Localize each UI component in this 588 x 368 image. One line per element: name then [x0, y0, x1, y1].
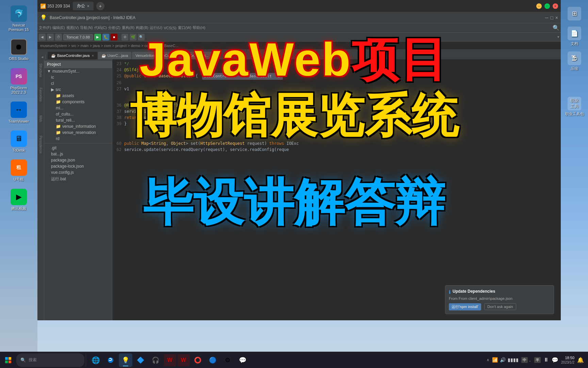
- desktop-icon-uhaoshu[interactable]: 租 U号租: [3, 157, 34, 184]
- taskbar-headphones[interactable]: 🎧: [149, 353, 162, 367]
- chat-icon[interactable]: 💬: [552, 357, 558, 363]
- tab-visitke[interactable]: VisitKe...: [179, 52, 200, 59]
- desktop-icon-teamviewer[interactable]: ↔ TeamViewer: [3, 99, 34, 126]
- tab-t[interactable]: t...: [201, 52, 212, 59]
- tree-item-package[interactable]: package.json: [44, 157, 112, 163]
- ide-close-button[interactable]: ×: [555, 15, 558, 20]
- persistence-label[interactable]: Persistence: [38, 134, 43, 155]
- taskbar-gear[interactable]: ⚙: [221, 353, 234, 367]
- browser-tab-active[interactable]: 办公 ×: [73, 2, 94, 10]
- refactor-menu[interactable]: 重构(R): [122, 25, 134, 30]
- new-tab-button[interactable]: +: [96, 2, 104, 10]
- tree-item-mi[interactable]: mi...: [44, 105, 112, 111]
- tree-item-packagelock[interactable]: package-lock.json: [44, 163, 112, 169]
- tree-item-bat[interactable]: bat...js: [44, 151, 112, 157]
- tab-basecontroller[interactable]: ☕ BaseController.java ×: [48, 52, 97, 59]
- project-panel-toggle[interactable]: ◀: [41, 56, 43, 59]
- taskbar-intellij[interactable]: 💡: [119, 353, 132, 367]
- settings-button[interactable]: ⚙: [121, 34, 128, 41]
- tab-basecontroller-close[interactable]: ×: [92, 53, 94, 58]
- desktop-icon-grid[interactable]: ⊞: [568, 7, 581, 21]
- forward-button[interactable]: ▶: [47, 34, 54, 41]
- desktop-icon-navicat[interactable]: 🐬 Navicat Premium 15: [3, 3, 34, 34]
- tree-item-rd[interactable]: rd: [44, 136, 112, 142]
- tab-venue[interactable]: VenueInformationCon...: [132, 52, 178, 59]
- tree-item-src[interactable]: ▶ src: [44, 87, 112, 93]
- desktop-icon-todesk[interactable]: 🖥 ToDesk: [3, 128, 34, 155]
- ide-minimize-button[interactable]: ─: [545, 15, 548, 20]
- tree-item-venue-res[interactable]: 📁 venue_reservation: [44, 129, 112, 136]
- dropdown-chevron[interactable]: ▾: [557, 35, 559, 39]
- tree-item-venue-info[interactable]: 📁 venue_information: [44, 123, 112, 129]
- desktop-icon-tencentvideo[interactable]: ▶ 腾讯视频: [3, 187, 34, 213]
- ide-restore-button[interactable]: □: [550, 15, 553, 20]
- tree-item-museumSystem[interactable]: ▼ museumSyst...: [44, 68, 112, 74]
- close-button[interactable]: ×: [553, 3, 558, 9]
- favorites-label[interactable]: Favorites: [38, 86, 43, 103]
- desktop-icon-phpstorm[interactable]: PS PhpStorm 2022.2.3: [3, 66, 34, 97]
- dont-ask-button[interactable]: Don't ask again: [484, 303, 516, 310]
- tab-userc[interactable]: ☕ UserC...java: [98, 52, 132, 59]
- taskbar-phpstorm[interactable]: 🔷: [134, 353, 147, 367]
- taskbar-edge[interactable]: [104, 353, 117, 367]
- folder-icon-venue: 📁: [56, 124, 61, 129]
- debug-button[interactable]: 🐛: [102, 34, 109, 41]
- run-npm-install-button[interactable]: 运行'npm install': [449, 303, 481, 310]
- tree-item-assets[interactable]: 📁 assets: [44, 93, 112, 99]
- edit-menu[interactable]: 编辑(E): [52, 25, 65, 30]
- structure-label[interactable]: Structure: [38, 62, 43, 79]
- tree-item-components[interactable]: 📁 components: [44, 99, 112, 105]
- taskbar-chrome[interactable]: 🌐: [89, 353, 102, 367]
- tree-item-turalreli[interactable]: tural_reli...: [44, 117, 112, 123]
- window-menu[interactable]: 窗口(W): [178, 25, 192, 30]
- back-button[interactable]: ◀: [39, 34, 46, 41]
- web-label[interactable]: Web: [38, 114, 43, 123]
- tree-item-ic[interactable]: ic: [44, 74, 112, 80]
- ide-background: 📶 353 209 334 办公 × + ─ □ × 💡 BaseControl…: [37, 0, 561, 320]
- analyze-menu[interactable]: 分析(Z): [108, 25, 120, 30]
- tray-expand-button[interactable]: ∧: [487, 358, 489, 362]
- ime-halfwidth-button[interactable]: 半: [534, 357, 541, 363]
- tree-item-vueconfig[interactable]: vue.config.js: [44, 169, 112, 175]
- browser-tab-close[interactable]: ×: [87, 4, 89, 9]
- code-menu[interactable]: 代码(C): [94, 25, 107, 30]
- maximize-button[interactable]: □: [544, 3, 550, 9]
- recent-files-button[interactable]: ⏱: [55, 34, 62, 41]
- search-everywhere-icon[interactable]: 🔍: [553, 25, 559, 31]
- file-menu[interactable]: 文件(F): [39, 25, 51, 30]
- notification-button[interactable]: 🔔: [577, 357, 584, 363]
- media-player-icon[interactable]: ⏸: [543, 357, 549, 363]
- taskbar-circle-app[interactable]: ⭕: [191, 353, 205, 367]
- minimize-button[interactable]: ─: [536, 3, 542, 9]
- help-menu[interactable]: 帮助(H): [193, 25, 205, 30]
- tomcat-selector[interactable]: Tomcat 7.0.88: [63, 34, 93, 40]
- tree-item-git[interactable]: .git: [44, 145, 112, 151]
- desktop-icon-wendan[interactable]: 📄 文档: [568, 27, 581, 46]
- run-menu[interactable]: 运行(U): [150, 25, 162, 30]
- search-button[interactable]: 🔍: [138, 34, 145, 41]
- navigate-menu[interactable]: 导航(N): [80, 25, 93, 30]
- network-icon[interactable]: 📶: [492, 357, 498, 363]
- taskbar-edge2[interactable]: 🔵: [206, 353, 219, 367]
- run-button[interactable]: ▶: [94, 34, 101, 41]
- desktop-icon-obs[interactable]: ⏺ OBS Studio: [3, 37, 34, 63]
- ide-code-editor[interactable]: 23 */ 24 @Slf4j 25 @public class BaseCon…: [112, 59, 561, 320]
- ime-chinese-button[interactable]: 中: [521, 357, 528, 363]
- tree-item-cl[interactable]: cl: [44, 80, 112, 87]
- taskbar-wps-w2[interactable]: W: [177, 354, 190, 366]
- stop-button[interactable]: ■: [111, 34, 117, 41]
- desktop-icon-yasuo[interactable]: 🗜 压缩: [568, 51, 581, 71]
- desktop-icon-toolbox[interactable]: 职业工具 职业工具包: [565, 97, 584, 117]
- git-button[interactable]: 🌿: [130, 34, 136, 41]
- taskbar-clock[interactable]: 18:50 2023/1/2: [561, 355, 574, 365]
- taskbar-wps-w[interactable]: W: [164, 354, 176, 366]
- build-menu[interactable]: 构建(B): [136, 25, 148, 30]
- tree-item-ofcultu[interactable]: of_cultu...: [44, 111, 112, 117]
- tree-item-run[interactable]: 运行.bat: [44, 175, 112, 183]
- vcs-menu[interactable]: VCS(S): [164, 26, 176, 30]
- view-menu[interactable]: 视图(V): [66, 25, 79, 30]
- start-button[interactable]: [0, 352, 16, 368]
- speaker-icon[interactable]: 🔊: [500, 357, 506, 363]
- taskbar-search-button[interactable]: 🔍 搜索: [16, 353, 84, 367]
- taskbar-wechat[interactable]: 💬: [236, 353, 249, 367]
